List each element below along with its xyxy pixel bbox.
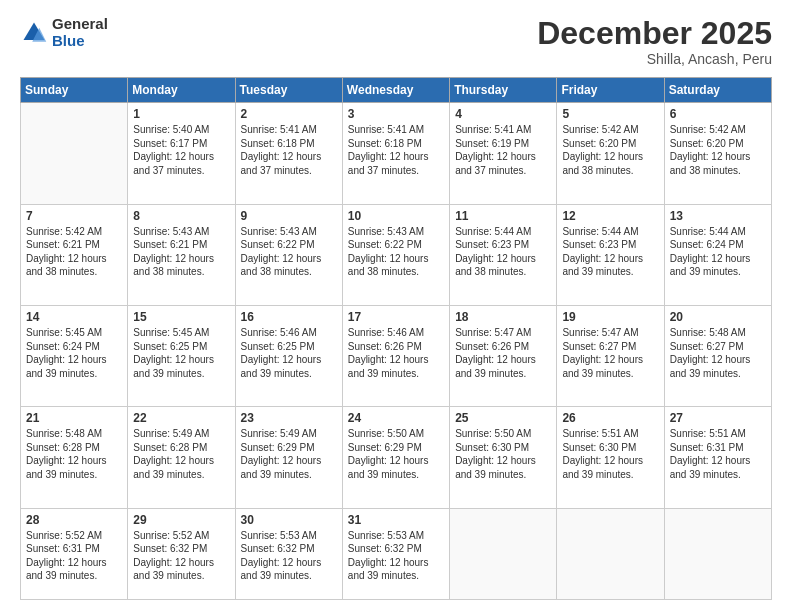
day-info: Sunrise: 5:41 AM Sunset: 6:19 PM Dayligh… [455, 123, 551, 177]
day-number: 1 [133, 107, 229, 121]
weekday-header-row: SundayMondayTuesdayWednesdayThursdayFrid… [21, 78, 772, 103]
week-row-2: 7Sunrise: 5:42 AM Sunset: 6:21 PM Daylig… [21, 204, 772, 305]
day-cell: 25Sunrise: 5:50 AM Sunset: 6:30 PM Dayli… [450, 407, 557, 508]
day-info: Sunrise: 5:41 AM Sunset: 6:18 PM Dayligh… [348, 123, 444, 177]
day-cell [450, 508, 557, 599]
day-cell: 9Sunrise: 5:43 AM Sunset: 6:22 PM Daylig… [235, 204, 342, 305]
day-number: 29 [133, 513, 229, 527]
day-cell [21, 103, 128, 204]
logo-text: General Blue [52, 16, 108, 49]
day-number: 2 [241, 107, 337, 121]
day-number: 24 [348, 411, 444, 425]
day-number: 16 [241, 310, 337, 324]
day-info: Sunrise: 5:51 AM Sunset: 6:30 PM Dayligh… [562, 427, 658, 481]
day-cell: 16Sunrise: 5:46 AM Sunset: 6:25 PM Dayli… [235, 306, 342, 407]
logo-icon [20, 19, 48, 47]
day-cell: 8Sunrise: 5:43 AM Sunset: 6:21 PM Daylig… [128, 204, 235, 305]
day-info: Sunrise: 5:53 AM Sunset: 6:32 PM Dayligh… [241, 529, 337, 583]
day-info: Sunrise: 5:45 AM Sunset: 6:24 PM Dayligh… [26, 326, 122, 380]
day-number: 3 [348, 107, 444, 121]
day-info: Sunrise: 5:41 AM Sunset: 6:18 PM Dayligh… [241, 123, 337, 177]
calendar: SundayMondayTuesdayWednesdayThursdayFrid… [20, 77, 772, 600]
subtitle: Shilla, Ancash, Peru [537, 51, 772, 67]
week-row-3: 14Sunrise: 5:45 AM Sunset: 6:24 PM Dayli… [21, 306, 772, 407]
day-cell: 21Sunrise: 5:48 AM Sunset: 6:28 PM Dayli… [21, 407, 128, 508]
day-info: Sunrise: 5:43 AM Sunset: 6:22 PM Dayligh… [348, 225, 444, 279]
day-info: Sunrise: 5:42 AM Sunset: 6:20 PM Dayligh… [562, 123, 658, 177]
day-number: 26 [562, 411, 658, 425]
day-cell: 27Sunrise: 5:51 AM Sunset: 6:31 PM Dayli… [664, 407, 771, 508]
day-cell: 10Sunrise: 5:43 AM Sunset: 6:22 PM Dayli… [342, 204, 449, 305]
header: General Blue December 2025 Shilla, Ancas… [20, 16, 772, 67]
day-cell: 19Sunrise: 5:47 AM Sunset: 6:27 PM Dayli… [557, 306, 664, 407]
day-number: 22 [133, 411, 229, 425]
day-number: 8 [133, 209, 229, 223]
day-info: Sunrise: 5:53 AM Sunset: 6:32 PM Dayligh… [348, 529, 444, 583]
day-cell: 15Sunrise: 5:45 AM Sunset: 6:25 PM Dayli… [128, 306, 235, 407]
day-cell: 18Sunrise: 5:47 AM Sunset: 6:26 PM Dayli… [450, 306, 557, 407]
day-number: 17 [348, 310, 444, 324]
week-row-1: 1Sunrise: 5:40 AM Sunset: 6:17 PM Daylig… [21, 103, 772, 204]
day-info: Sunrise: 5:48 AM Sunset: 6:28 PM Dayligh… [26, 427, 122, 481]
day-info: Sunrise: 5:44 AM Sunset: 6:24 PM Dayligh… [670, 225, 766, 279]
day-info: Sunrise: 5:44 AM Sunset: 6:23 PM Dayligh… [562, 225, 658, 279]
day-cell: 23Sunrise: 5:49 AM Sunset: 6:29 PM Dayli… [235, 407, 342, 508]
title-area: December 2025 Shilla, Ancash, Peru [537, 16, 772, 67]
day-number: 5 [562, 107, 658, 121]
day-info: Sunrise: 5:51 AM Sunset: 6:31 PM Dayligh… [670, 427, 766, 481]
day-cell: 6Sunrise: 5:42 AM Sunset: 6:20 PM Daylig… [664, 103, 771, 204]
day-info: Sunrise: 5:50 AM Sunset: 6:29 PM Dayligh… [348, 427, 444, 481]
day-info: Sunrise: 5:52 AM Sunset: 6:31 PM Dayligh… [26, 529, 122, 583]
day-info: Sunrise: 5:47 AM Sunset: 6:27 PM Dayligh… [562, 326, 658, 380]
weekday-saturday: Saturday [664, 78, 771, 103]
day-cell: 28Sunrise: 5:52 AM Sunset: 6:31 PM Dayli… [21, 508, 128, 599]
day-cell: 30Sunrise: 5:53 AM Sunset: 6:32 PM Dayli… [235, 508, 342, 599]
day-number: 7 [26, 209, 122, 223]
day-number: 11 [455, 209, 551, 223]
day-info: Sunrise: 5:50 AM Sunset: 6:30 PM Dayligh… [455, 427, 551, 481]
day-number: 18 [455, 310, 551, 324]
day-cell: 29Sunrise: 5:52 AM Sunset: 6:32 PM Dayli… [128, 508, 235, 599]
day-info: Sunrise: 5:48 AM Sunset: 6:27 PM Dayligh… [670, 326, 766, 380]
day-number: 14 [26, 310, 122, 324]
day-cell: 22Sunrise: 5:49 AM Sunset: 6:28 PM Dayli… [128, 407, 235, 508]
day-cell: 7Sunrise: 5:42 AM Sunset: 6:21 PM Daylig… [21, 204, 128, 305]
day-number: 20 [670, 310, 766, 324]
day-cell: 2Sunrise: 5:41 AM Sunset: 6:18 PM Daylig… [235, 103, 342, 204]
day-cell: 31Sunrise: 5:53 AM Sunset: 6:32 PM Dayli… [342, 508, 449, 599]
logo: General Blue [20, 16, 108, 49]
day-cell: 24Sunrise: 5:50 AM Sunset: 6:29 PM Dayli… [342, 407, 449, 508]
day-info: Sunrise: 5:49 AM Sunset: 6:28 PM Dayligh… [133, 427, 229, 481]
weekday-thursday: Thursday [450, 78, 557, 103]
day-cell: 3Sunrise: 5:41 AM Sunset: 6:18 PM Daylig… [342, 103, 449, 204]
day-number: 12 [562, 209, 658, 223]
day-info: Sunrise: 5:43 AM Sunset: 6:22 PM Dayligh… [241, 225, 337, 279]
page: General Blue December 2025 Shilla, Ancas… [0, 0, 792, 612]
day-info: Sunrise: 5:47 AM Sunset: 6:26 PM Dayligh… [455, 326, 551, 380]
day-cell [664, 508, 771, 599]
day-number: 19 [562, 310, 658, 324]
day-cell: 20Sunrise: 5:48 AM Sunset: 6:27 PM Dayli… [664, 306, 771, 407]
weekday-tuesday: Tuesday [235, 78, 342, 103]
day-number: 25 [455, 411, 551, 425]
day-info: Sunrise: 5:42 AM Sunset: 6:20 PM Dayligh… [670, 123, 766, 177]
day-info: Sunrise: 5:46 AM Sunset: 6:26 PM Dayligh… [348, 326, 444, 380]
day-info: Sunrise: 5:43 AM Sunset: 6:21 PM Dayligh… [133, 225, 229, 279]
day-number: 23 [241, 411, 337, 425]
day-info: Sunrise: 5:42 AM Sunset: 6:21 PM Dayligh… [26, 225, 122, 279]
day-number: 28 [26, 513, 122, 527]
day-cell: 13Sunrise: 5:44 AM Sunset: 6:24 PM Dayli… [664, 204, 771, 305]
week-row-4: 21Sunrise: 5:48 AM Sunset: 6:28 PM Dayli… [21, 407, 772, 508]
day-number: 9 [241, 209, 337, 223]
logo-general: General [52, 16, 108, 33]
logo-blue: Blue [52, 33, 108, 50]
day-cell: 14Sunrise: 5:45 AM Sunset: 6:24 PM Dayli… [21, 306, 128, 407]
day-info: Sunrise: 5:49 AM Sunset: 6:29 PM Dayligh… [241, 427, 337, 481]
day-number: 27 [670, 411, 766, 425]
day-info: Sunrise: 5:45 AM Sunset: 6:25 PM Dayligh… [133, 326, 229, 380]
day-cell: 17Sunrise: 5:46 AM Sunset: 6:26 PM Dayli… [342, 306, 449, 407]
day-cell: 1Sunrise: 5:40 AM Sunset: 6:17 PM Daylig… [128, 103, 235, 204]
day-cell: 11Sunrise: 5:44 AM Sunset: 6:23 PM Dayli… [450, 204, 557, 305]
day-info: Sunrise: 5:40 AM Sunset: 6:17 PM Dayligh… [133, 123, 229, 177]
weekday-monday: Monday [128, 78, 235, 103]
